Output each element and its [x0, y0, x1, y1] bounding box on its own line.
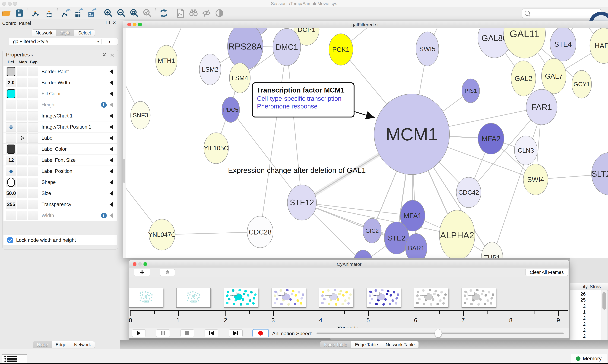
default-value-cell[interactable] [6, 89, 16, 98]
scrollbar-thumb[interactable] [123, 159, 125, 183]
table-cell-value[interactable]: 25 [570, 297, 586, 303]
tab-select[interactable]: Select [74, 29, 95, 36]
property-row-label-font-size[interactable]: 12Label Font Size [3, 155, 117, 166]
network-canvas[interactable]: DCP1RPS28ADMC1PCK1SWI5GAL80GAL11STE4HAP2… [123, 28, 608, 258]
default-value-cell[interactable] [6, 144, 16, 154]
mapping-cell[interactable] [17, 100, 27, 109]
pause-button[interactable] [156, 329, 170, 337]
mapping-cell[interactable] [17, 211, 27, 220]
network-node-MFA2[interactable]: MFA2 [478, 123, 504, 154]
bypass-cell[interactable] [28, 144, 38, 154]
animation-frame-1[interactable] [176, 288, 211, 307]
timeline[interactable]: 0123456789 Seconds [129, 277, 569, 328]
expand-row-icon[interactable] [110, 158, 113, 162]
network-node-GCY1[interactable]: GCY1 [572, 70, 592, 98]
animation-frame-2[interactable] [224, 288, 258, 307]
bypass-cell[interactable] [28, 156, 38, 165]
animation-frame-3[interactable] [272, 288, 306, 307]
expand-row-icon[interactable] [110, 147, 113, 151]
bypass-cell[interactable] [28, 189, 38, 198]
zoom-selected-icon[interactable] [141, 8, 154, 18]
export-table-icon[interactable] [72, 8, 85, 18]
table-column-header[interactable]: ity [570, 283, 589, 291]
mapping-cell[interactable] [17, 111, 27, 120]
open-session-icon[interactable] [0, 8, 13, 18]
network-node-LSM2[interactable]: LSM2 [199, 54, 221, 85]
mapping-cell[interactable] [17, 200, 27, 209]
network-node-GAL2[interactable]: GAL2 [511, 61, 536, 96]
network-node-YIL105C[interactable]: YIL105C [204, 133, 228, 164]
save-session-icon[interactable] [13, 8, 26, 18]
apply-layout-icon[interactable] [157, 8, 170, 18]
import-network-icon[interactable] [30, 8, 42, 18]
expand-row-icon[interactable] [110, 213, 113, 218]
network-node-GIC2[interactable]: GIC2 [363, 218, 381, 243]
network-from-clipboard-icon[interactable] [174, 8, 187, 18]
network-node-PDC5[interactable]: PDC5 [222, 97, 240, 122]
expand-row-icon[interactable] [110, 191, 113, 195]
show-details-icon[interactable] [213, 8, 226, 18]
slider-thumb[interactable] [435, 329, 442, 338]
table-cell-value[interactable]: 2 [570, 315, 586, 321]
expand-row-icon[interactable] [110, 125, 113, 129]
animation-frame-6[interactable] [414, 288, 448, 307]
annotation-box[interactable]: Transcription factor MCM1 Cell-type-spec… [252, 82, 355, 117]
network-node-PIS1[interactable]: PIS1 [462, 79, 480, 103]
column-byp[interactable]: Byp. [30, 60, 39, 65]
panel-close-icon[interactable]: ✕ [112, 20, 116, 26]
network-node-GAL11[interactable]: GAL11 [504, 28, 545, 58]
tab-edge-table[interactable]: Edge Table [351, 341, 382, 348]
style-select[interactable]: galFiltered Style ▾ [9, 38, 103, 45]
search-box[interactable] [522, 9, 601, 18]
property-row-image-chart-1[interactable]: Image/Chart 1 [3, 110, 117, 121]
network-window-titlebar[interactable]: galFiltered.sif [123, 21, 608, 28]
expand-row-icon[interactable] [110, 69, 113, 74]
property-row-height[interactable]: Height [3, 99, 117, 110]
animation-frame-0[interactable] [129, 288, 163, 307]
network-node-CDC28[interactable]: CDC28 [247, 216, 273, 248]
expand-row-icon[interactable] [110, 80, 113, 85]
timeline-playhead[interactable] [272, 277, 272, 323]
panel-float-icon[interactable]: ❐ [106, 20, 110, 26]
annotation-link[interactable]: Cell-type-specific transcription [257, 95, 350, 102]
network-node-TUP1[interactable]: TUP1 [481, 242, 503, 258]
property-row-label-position[interactable]: Label Position [3, 166, 117, 177]
default-value-cell[interactable] [6, 133, 16, 143]
add-frame-button[interactable] [134, 269, 151, 276]
default-value-cell[interactable] [6, 178, 16, 187]
network-edge[interactable] [162, 232, 260, 235]
record-button[interactable] [252, 329, 269, 338]
step-backward-button[interactable] [205, 329, 218, 337]
network-node-HAP2[interactable]: HAP2 [590, 28, 608, 64]
table-cell-value[interactable]: 2 [570, 321, 586, 327]
network-node-LSM4[interactable]: LSM4 [229, 63, 250, 93]
network-node-GAL7[interactable]: GAL7 [541, 58, 566, 94]
search-input[interactable] [532, 11, 598, 16]
default-value-cell[interactable] [6, 111, 16, 120]
network-edge[interactable] [287, 47, 302, 203]
network-node-SLT2[interactable]: SLT2 [592, 152, 608, 195]
default-value-cell[interactable]: 50.0 [6, 189, 16, 198]
bypass-cell[interactable] [28, 89, 38, 98]
animation-frame-7[interactable] [462, 288, 496, 307]
default-value-cell[interactable] [6, 167, 16, 176]
tab-style[interactable]: Style [56, 29, 74, 36]
mapping-cell[interactable] [17, 178, 27, 187]
table-cell-value[interactable]: 2 [570, 303, 586, 309]
mapping-cell[interactable] [17, 122, 27, 131]
scrollbar-thumb[interactable] [602, 292, 606, 310]
default-value-cell[interactable] [6, 67, 16, 76]
bypass-cell[interactable] [28, 167, 38, 176]
default-value-cell[interactable] [6, 122, 16, 131]
cyanimator-titlebar[interactable]: CyAnimator [129, 260, 569, 268]
default-value-cell[interactable] [6, 100, 16, 109]
network-vertical-scrollbar[interactable] [123, 28, 126, 258]
tab-network-table[interactable]: Network Table [382, 341, 419, 348]
network-node-RPS28A[interactable]: RPS28A [228, 28, 263, 70]
animation-frame-5[interactable] [367, 288, 401, 307]
column-def[interactable]: Def. [8, 60, 15, 65]
network-node-DMC1[interactable]: DMC1 [273, 28, 301, 66]
tab-node-table[interactable]: Node Table [320, 341, 351, 348]
table-cell-value[interactable]: 1 [570, 309, 586, 315]
bypass-cell[interactable] [28, 122, 38, 131]
